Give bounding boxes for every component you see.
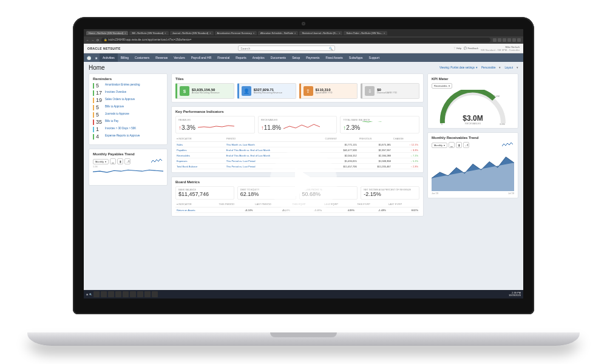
personalize-link[interactable]: Personalize [481,66,496,69]
browser-tab[interactable]: Allocation Schedule - NetSuite × [258,31,298,35]
kpi-value: ↑3.3% [178,124,195,131]
nav-activities[interactable]: Activities [100,53,118,62]
reminder-label: Bills to Pay [105,120,118,123]
meter-dropdown[interactable]: Receivables ▾ [432,83,452,89]
nav-suiteapps[interactable]: SuiteApps [346,53,366,62]
board-metric[interactable]: NET INCOME AS A PERCENT OF REVENUE-2.15% [361,186,419,200]
reminder-item[interactable]: 35Bills to Pay [93,120,163,125]
help-link[interactable]: ❔ Help [453,47,461,50]
tile-label: Upsell ARR YTD [316,92,333,94]
reload-icon[interactable]: ⟳ [97,39,99,42]
extension-icon[interactable] [517,38,521,42]
laptop-notch [270,332,337,337]
tile[interactable]: $$3,935,156.50Annual Recurring Revenue [175,83,234,99]
star-icon[interactable]: ★ [92,56,100,60]
reminder-item[interactable]: 17Invoices Overdue [93,90,163,96]
extension-icon[interactable] [507,38,511,42]
trend-range-dropdown[interactable]: Monthly ▾ [93,159,109,164]
chart-type-line-icon[interactable]: ⩘ [463,142,469,148]
reminder-label: Invoices Overdue [105,90,126,93]
taskbar-app-icon[interactable] [144,291,151,297]
tile[interactable]: 👤$327,929.71Monthly Recurring Revenue [237,83,296,99]
layout-link[interactable]: Layout [504,66,513,69]
address-bar[interactable]: 🔒 tstdrv2346499.app.netsuite.com/app/cen… [101,38,490,42]
reminder-item[interactable]: 5Amortization Entries pending [93,83,163,89]
reminder-item[interactable]: 5Journals to Approve [93,112,163,118]
taskbar-app-icon[interactable] [152,291,158,297]
chart-type-line-icon[interactable]: ⩘ [124,158,131,164]
nav-vendors[interactable]: Vendors [171,53,188,62]
nav-support[interactable]: Support [366,53,383,62]
chart-type-bar-icon[interactable]: ▮ [117,158,123,164]
reminder-item[interactable]: 4Expense Reports to Approve [93,134,163,140]
browser-tab[interactable]: Amortization Forecast Summary × [215,31,257,35]
browser-tab[interactable]: Sales Order - NetSuite (SW Sta... × [344,31,387,35]
close-icon[interactable]: × [164,32,166,35]
close-icon[interactable]: × [124,32,126,35]
extension-icon[interactable] [512,38,516,42]
taskbar-app-icon[interactable] [130,291,136,297]
global-search[interactable]: Search🔍 [238,46,335,51]
nav-payroll[interactable]: Payroll and HR [188,53,215,62]
close-icon[interactable]: × [339,32,340,35]
back-icon[interactable]: ← [86,39,89,42]
taskbar-app-icon[interactable] [108,291,114,297]
taskbar-app-icon[interactable] [123,291,129,297]
tile[interactable]: ⇪$110,310Upsell ARR YTD [299,83,358,99]
close-icon[interactable]: × [253,32,254,35]
feedback-link[interactable]: 💬 Feedback [464,47,478,50]
extension-icon[interactable] [503,38,506,42]
tile[interactable]: ⇩$0Downsell ARR YTD [361,83,419,99]
browser-tab[interactable]: Journal - NetSuite (SW Standard) × [170,31,214,35]
payables-trend-portlet: Monthly Payables Trend Monthly ▾ ▁ ▮ ⩘ 3… [89,149,168,186]
start-icon[interactable]: ⊞ [86,293,88,296]
nav-reports[interactable]: Reports [232,53,249,62]
nav-financial[interactable]: Financial [214,53,232,62]
webcam-icon [302,22,305,25]
taskbar-app-icon[interactable] [93,291,100,297]
close-icon[interactable]: × [384,32,385,35]
nav-setup[interactable]: Setup [289,53,303,62]
reminder-label: Invoices > 30 Days > 50K [105,127,136,130]
nav-payments[interactable]: Payments [303,53,322,62]
forward-icon[interactable]: → [92,39,95,42]
nav-fixed-assets[interactable]: Fixed Assets [322,53,345,62]
nav-revenue[interactable]: Revenue [152,53,171,62]
tile-icon: ⇪ [304,86,313,96]
board-metric[interactable]: BANK BALANCE$11,457,746 [175,186,234,200]
search-icon[interactable]: 🔍 [89,293,92,296]
nav-documents[interactable]: Documents [268,53,289,62]
browser-tab[interactable]: Statistical Journal - NetSuite (S... × [299,31,342,35]
taskbar-app-icon[interactable] [101,291,107,297]
close-icon[interactable]: × [209,32,211,35]
date: 10/20/2020 [509,294,521,297]
browser-tab[interactable]: Bill - NetSuite (SW Standard) × [129,31,168,35]
reminder-item[interactable]: 5Bills to Approve [93,105,163,110]
play-button[interactable] [270,149,337,215]
nav-customers[interactable]: Customers [132,53,152,62]
extension-icon[interactable] [498,38,501,42]
table-row[interactable]: SalesThis Month vs. Last Month$1,771,115… [175,142,419,147]
chart-type-area-icon[interactable]: ▁ [449,142,455,148]
history-icon[interactable]: 🕘 [85,56,92,60]
chart-type-area-icon[interactable]: ▁ [110,158,116,164]
close-icon[interactable]: × [294,32,296,35]
date-settings-dropdown[interactable]: Viewing: Portlet date settings ▾ [439,66,478,69]
chart-type-bar-icon[interactable]: ▮ [456,142,462,148]
kpi-card[interactable]: TOTAL BANK BALANCE↑2.3% [340,116,419,133]
browser-tab[interactable]: Home - NetSuite (SW Standard) × [86,31,128,35]
trend-range-dropdown[interactable]: Monthly ▾ [432,143,447,148]
nav-billing[interactable]: Billing [118,53,132,62]
reminder-item[interactable]: 19Sales Orders to Approve [93,98,163,103]
system-tray[interactable]: 2:39 PM 10/20/2020 [509,292,521,297]
reminder-item[interactable]: 1Invoices > 30 Days > 50K [93,127,163,132]
extension-icon[interactable] [493,38,497,42]
kpi-card[interactable]: RECEIVABLES↑11.8% [258,116,337,133]
user-menu[interactable]: Mike Gerlach SW Standard - VM SPM - Cont… [481,46,520,52]
sparkline-chart [198,121,234,131]
nav-analytics[interactable]: Analytics [249,53,268,62]
reminder-count: 35 [96,120,103,125]
taskbar-app-icon[interactable] [137,291,143,297]
taskbar-app-icon[interactable] [115,291,121,297]
kpi-card[interactable]: PAYABLES↑3.3% [175,116,255,133]
